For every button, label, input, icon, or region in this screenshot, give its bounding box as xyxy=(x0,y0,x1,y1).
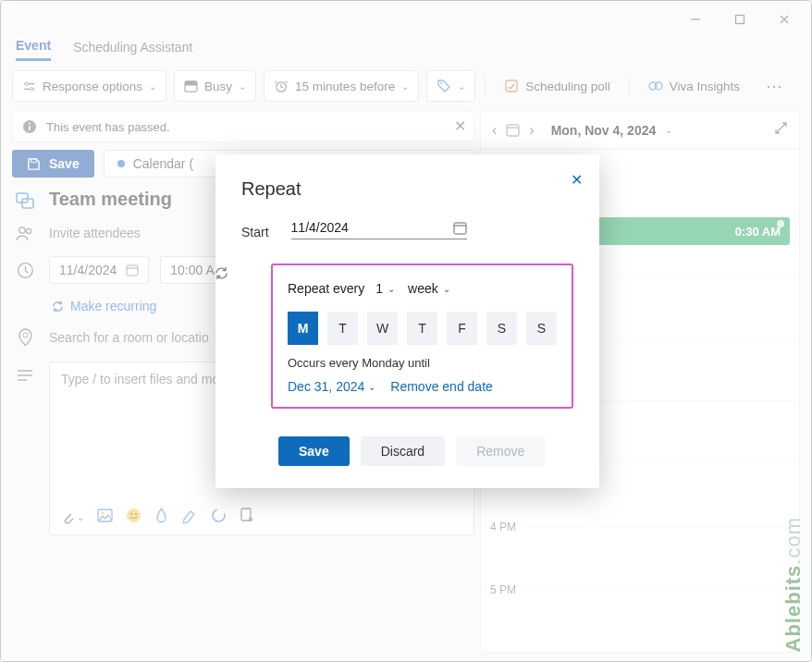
alert-banner: This event has passed. ✕ xyxy=(12,111,474,142)
interval-dropdown[interactable]: 1⌄ xyxy=(374,278,397,299)
dialog-remove-button: Remove xyxy=(456,436,545,466)
next-day-button[interactable]: › xyxy=(529,122,534,139)
sliders-icon xyxy=(22,80,36,93)
viva-icon xyxy=(648,79,663,93)
make-recurring-link[interactable]: Make recurring xyxy=(51,299,156,313)
chevron-down-icon: ⌄ xyxy=(401,81,409,92)
alert-close-button[interactable]: ✕ xyxy=(454,117,466,135)
svg-rect-7 xyxy=(185,80,197,85)
loop-button[interactable] xyxy=(211,508,227,527)
minimize-button[interactable] xyxy=(674,6,717,33)
calendar-header: ‹ › Mon, Nov 4, 2024 ⌄ xyxy=(481,112,799,149)
titlebar xyxy=(1,1,811,38)
calendar-picker-label: Calendar ( xyxy=(133,156,193,171)
location-input[interactable]: Search for a room or locatio xyxy=(49,330,209,345)
chevron-down-icon: ⌄ xyxy=(665,125,672,135)
save-icon xyxy=(27,157,41,171)
refresh-icon xyxy=(214,265,229,285)
svg-point-32 xyxy=(135,513,137,515)
alert-text: This event has passed. xyxy=(46,120,170,134)
end-date-dropdown[interactable]: Dec 31, 2024⌄ xyxy=(288,379,375,394)
dialog-close-button[interactable]: ✕ xyxy=(571,171,583,189)
start-row: Start 11/4/2024 xyxy=(241,216,573,239)
viva-insights-button[interactable]: Viva Insights xyxy=(639,70,749,102)
svg-rect-22 xyxy=(127,265,138,276)
repeat-every-row: Repeat every 1⌄ week⌄ xyxy=(288,278,557,299)
emoji-button[interactable] xyxy=(126,508,141,527)
svg-point-24 xyxy=(23,333,28,337)
calendar-dot-icon xyxy=(117,160,125,167)
repeat-every-label: Repeat every xyxy=(288,281,364,296)
svg-point-15 xyxy=(29,123,31,125)
close-window-button[interactable] xyxy=(763,6,806,33)
expand-button[interactable] xyxy=(774,121,788,139)
day-monday[interactable]: M xyxy=(288,312,318,345)
dialog-save-button[interactable]: Save xyxy=(278,436,350,466)
tab-event[interactable]: Event xyxy=(16,38,51,61)
people-icon xyxy=(12,225,38,241)
day-friday[interactable]: F xyxy=(447,312,477,345)
day-sunday[interactable]: S xyxy=(526,312,557,345)
weekday-selector: M T W T F S S xyxy=(288,312,557,345)
response-options-label: Response options xyxy=(43,80,142,93)
save-label: Save xyxy=(49,156,80,171)
reminder-label: 15 minutes before xyxy=(295,80,395,93)
hour-row: 5 PM xyxy=(481,589,799,652)
save-button[interactable]: Save xyxy=(12,150,94,178)
start-date-input[interactable]: 11/4/2024 xyxy=(291,216,467,239)
calendar-icon xyxy=(126,264,139,276)
svg-point-12 xyxy=(655,82,662,90)
highlight-button[interactable] xyxy=(181,509,198,527)
remove-end-date-link[interactable]: Remove end date xyxy=(390,379,493,394)
event-time-label: 0:30 AM xyxy=(735,225,781,239)
tag-button[interactable]: ⌄ xyxy=(426,70,475,102)
svg-rect-14 xyxy=(29,126,31,130)
end-date-row: Dec 31, 2024⌄ Remove end date xyxy=(288,379,557,394)
info-icon xyxy=(22,119,37,134)
calendar-icon xyxy=(506,123,520,137)
maximize-button[interactable] xyxy=(719,6,761,33)
calendar-icon xyxy=(453,221,467,235)
reminder-button[interactable]: 15 minutes before ⌄ xyxy=(264,70,419,102)
busy-button[interactable]: Busy ⌄ xyxy=(174,70,256,102)
svg-rect-10 xyxy=(506,80,517,92)
svg-point-5 xyxy=(31,87,33,90)
response-options-button[interactable]: Response options ⌄ xyxy=(12,70,166,102)
attach-button[interactable]: ⌄ xyxy=(61,510,84,525)
repeat-dialog: ✕ Repeat Start 11/4/2024 Repeat every 1⌄… xyxy=(215,154,599,488)
ribbon-tabs: Event Scheduling Assistant xyxy=(1,38,811,67)
chevron-down-icon: ⌄ xyxy=(239,81,246,92)
day-saturday[interactable]: S xyxy=(486,312,517,345)
dialog-title: Repeat xyxy=(241,178,573,200)
scheduling-poll-button[interactable]: Scheduling poll xyxy=(495,70,620,102)
image-button[interactable] xyxy=(97,509,113,526)
busy-icon xyxy=(184,80,198,92)
day-tuesday[interactable]: T xyxy=(327,312,358,345)
prev-day-button[interactable]: ‹ xyxy=(492,122,497,139)
subject-field[interactable]: Team meeting xyxy=(49,189,172,210)
ink-button[interactable] xyxy=(154,508,168,527)
dialog-discard-button[interactable]: Discard xyxy=(361,436,445,466)
separator xyxy=(485,76,486,96)
svg-point-33 xyxy=(213,509,225,521)
day-thursday[interactable]: T xyxy=(407,312,437,345)
svg-rect-37 xyxy=(454,223,466,234)
meeting-icon xyxy=(12,190,38,210)
recurrence-settings: Repeat every 1⌄ week⌄ M T W T F S S Occu… xyxy=(271,264,573,409)
watermark: Ablebits.com xyxy=(781,517,806,652)
svg-point-4 xyxy=(25,82,28,85)
busy-label: Busy xyxy=(204,80,232,93)
day-wednesday[interactable]: W xyxy=(367,312,398,345)
more-button[interactable]: ⋯ xyxy=(757,70,792,102)
clock-icon xyxy=(12,262,38,279)
insert-button[interactable] xyxy=(240,508,254,527)
date-input[interactable]: 11/4/2024 xyxy=(49,256,149,284)
toolbar: Response options ⌄ Busy ⌄ 15 minutes bef… xyxy=(1,67,811,111)
attendees-input[interactable]: Invite attendees xyxy=(49,226,141,240)
tab-scheduling-assistant[interactable]: Scheduling Assistant xyxy=(73,40,192,60)
chevron-down-icon: ⌄ xyxy=(149,81,156,92)
calendar-date-title[interactable]: Mon, Nov 4, 2024 xyxy=(551,123,657,138)
recur-icon xyxy=(51,300,65,313)
svg-rect-1 xyxy=(736,16,744,24)
unit-dropdown[interactable]: week⌄ xyxy=(406,278,452,299)
